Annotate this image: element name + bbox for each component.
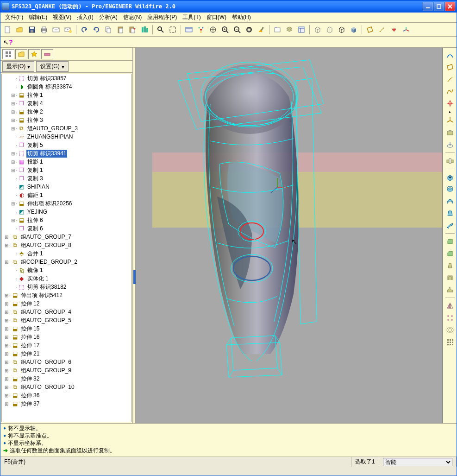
find-button[interactable] bbox=[155, 24, 166, 35]
tree-item[interactable]: ·◩YEJING bbox=[2, 208, 131, 216]
new-file-button[interactable] bbox=[2, 24, 13, 35]
tab-model-tree[interactable] bbox=[2, 49, 14, 59]
tree-item[interactable]: ⊞·▦投影 1 bbox=[2, 158, 131, 166]
tree-item[interactable]: ⊞·⧉组AUTO_GROUP_8 bbox=[2, 241, 131, 249]
extrude-tool-button[interactable] bbox=[444, 171, 456, 183]
wireframe-button[interactable] bbox=[312, 24, 323, 35]
tree-item[interactable]: ⊞·⧉组AUTO_GROUP_6 bbox=[2, 358, 131, 366]
blend-tool-button[interactable] bbox=[444, 208, 456, 219]
csys-tool-button[interactable] bbox=[444, 115, 456, 126]
model-tree-button[interactable] bbox=[296, 24, 307, 35]
tree-item[interactable]: ⊞·⬓拉伸 16 bbox=[2, 333, 131, 341]
email-button[interactable] bbox=[50, 24, 62, 35]
save-button[interactable] bbox=[26, 24, 38, 35]
sketch-tool-button[interactable] bbox=[444, 50, 456, 61]
tree-item[interactable]: ·◐偏距 1 bbox=[2, 191, 131, 199]
spin-center-button[interactable] bbox=[195, 24, 207, 35]
plane-tool-button[interactable] bbox=[444, 62, 456, 73]
round-tool-button[interactable] bbox=[444, 236, 456, 247]
tree-item[interactable]: ⊞·⧉组COPIED_GROUP_2 bbox=[2, 258, 131, 266]
paste-button[interactable] bbox=[115, 24, 126, 35]
layer-button[interactable] bbox=[284, 24, 295, 35]
point-tool-button[interactable] bbox=[444, 98, 456, 109]
close-button[interactable] bbox=[445, 2, 455, 11]
zoom-fit-button[interactable] bbox=[244, 24, 255, 35]
sketch-region-button[interactable] bbox=[444, 127, 456, 138]
tree-item[interactable]: ⊞·⬓拉伸 17 bbox=[2, 341, 131, 349]
menu-tools[interactable]: 工具(T) bbox=[180, 13, 203, 22]
copy-button[interactable] bbox=[103, 24, 114, 35]
tree-item[interactable]: ⊞·⧉组AUTO_GROUP_5 bbox=[2, 316, 131, 324]
menu-edit[interactable]: 编辑(E) bbox=[26, 13, 50, 22]
open-file-button[interactable] bbox=[14, 24, 25, 35]
tree-item[interactable]: ·▱ZHUANGSHIPIAN bbox=[2, 133, 131, 141]
email-attach-button[interactable] bbox=[63, 24, 74, 35]
undo-button[interactable] bbox=[79, 24, 90, 35]
offset-tool-button[interactable] bbox=[444, 336, 456, 348]
tree-item[interactable]: ⊞·⧉组AUTO_GROUP_3 bbox=[2, 124, 131, 133]
tree-item[interactable]: ⊞·⧉组AUTO_GROUP_9 bbox=[2, 366, 131, 374]
menu-help[interactable]: 帮助(H) bbox=[229, 13, 254, 22]
regenerate-button[interactable] bbox=[139, 24, 150, 35]
chamfer-tool-button[interactable] bbox=[444, 248, 456, 259]
tree-item[interactable]: ·⬚切剪 标识33857 bbox=[2, 74, 131, 83]
mirror-tool-button[interactable] bbox=[444, 300, 456, 311]
saved-view-button[interactable] bbox=[272, 24, 283, 35]
shaded-button[interactable] bbox=[348, 24, 359, 35]
csys-display-button[interactable] bbox=[401, 24, 412, 35]
rib-tool-button[interactable] bbox=[444, 284, 456, 295]
feature-tree[interactable]: ·⬚切剪 标识33857·◗倒圆角 标识33874⊞·⬓拉伸 1⊞·❐复制 4⊞… bbox=[1, 74, 131, 422]
tree-item[interactable]: ⊞·⬓伸出项 标识5412 bbox=[2, 291, 131, 299]
hole-tool-button[interactable] bbox=[444, 155, 456, 166]
tree-item[interactable]: ·❐复制 6 bbox=[2, 224, 131, 233]
menu-application[interactable]: 应用程序(P) bbox=[144, 13, 180, 22]
tree-item[interactable]: ⊞·⧉组AUTO_GROUP_7 bbox=[2, 233, 131, 241]
tree-item[interactable]: ⊞·⬓拉伸 3 bbox=[2, 116, 131, 124]
maximize-button[interactable] bbox=[434, 2, 444, 11]
tree-item[interactable]: ⊞·⬓伸出项 标识20256 bbox=[2, 199, 131, 208]
datum-axis-button[interactable] bbox=[376, 24, 388, 35]
repaint-button[interactable] bbox=[256, 24, 267, 35]
tree-item[interactable]: ⊞·⬓拉伸 12 bbox=[2, 299, 131, 308]
tree-item[interactable]: ⊞·❐复制 1 bbox=[2, 166, 131, 174]
menu-window[interactable]: 窗口(W) bbox=[204, 13, 229, 22]
no-hidden-button[interactable] bbox=[336, 24, 347, 35]
print-button[interactable] bbox=[38, 24, 50, 35]
menu-view[interactable]: 视图(V) bbox=[50, 13, 74, 22]
tree-item[interactable]: ⊞·⬓拉伸 32 bbox=[2, 374, 131, 383]
tree-item[interactable]: ⊞·❐复制 4 bbox=[2, 99, 131, 108]
view-mgr-button[interactable] bbox=[183, 24, 194, 35]
tree-item[interactable]: ⊞·⬓拉伸 15 bbox=[2, 324, 131, 333]
tree-item[interactable]: ⊞·⧉组AUTO_GROUP_4 bbox=[2, 308, 131, 316]
tree-item[interactable]: ⊞·⬓拉伸 21 bbox=[2, 349, 131, 358]
selection-filter-dropdown[interactable]: 智能 bbox=[383, 458, 452, 466]
menu-insert[interactable]: 插入(I) bbox=[74, 13, 96, 22]
tree-item[interactable]: ⊞·⬓拉伸 2 bbox=[2, 108, 131, 116]
tree-item[interactable]: ·❐复制 5 bbox=[2, 141, 131, 149]
tree-item[interactable]: ·⧎镜像 1 bbox=[2, 266, 131, 274]
tab-favorites[interactable] bbox=[28, 49, 40, 59]
draft-tool-button[interactable] bbox=[444, 260, 456, 271]
tree-item[interactable]: ⊞·⧉组AUTO_GROUP_10 bbox=[2, 383, 131, 391]
3d-viewport[interactable]: ↖ bbox=[136, 48, 443, 423]
select-button[interactable] bbox=[167, 24, 178, 35]
tree-item[interactable]: ·⬚切剪 标识38182 bbox=[2, 283, 131, 291]
swept-blend-button[interactable] bbox=[444, 220, 456, 231]
merge-tool-button[interactable] bbox=[444, 324, 456, 336]
point-display-button[interactable] bbox=[388, 24, 400, 35]
zoom-out-button[interactable] bbox=[232, 24, 243, 35]
tree-item[interactable]: ·◗倒圆角 标识33874 bbox=[2, 83, 131, 91]
tree-item[interactable]: ⊞·⬚切剪 标识33941 bbox=[2, 149, 131, 158]
axis-tool-button[interactable] bbox=[444, 74, 456, 85]
tree-item[interactable]: ·◩SHIPIAN bbox=[2, 183, 131, 191]
menu-analysis[interactable]: 分析(A) bbox=[96, 13, 120, 22]
orient-button[interactable] bbox=[207, 24, 219, 35]
revolve-tool-button[interactable] bbox=[444, 184, 456, 195]
tree-item[interactable]: ·◆实体化 1 bbox=[2, 274, 131, 283]
tree-item[interactable]: ⊞·⬓拉伸 36 bbox=[2, 391, 131, 400]
datum-plane-button[interactable] bbox=[364, 24, 376, 35]
curve-tool-button[interactable] bbox=[444, 86, 456, 97]
redo-button[interactable] bbox=[91, 24, 102, 35]
tree-item[interactable]: ⊞·⬓拉伸 6 bbox=[2, 216, 131, 224]
minimize-button[interactable] bbox=[423, 2, 433, 11]
